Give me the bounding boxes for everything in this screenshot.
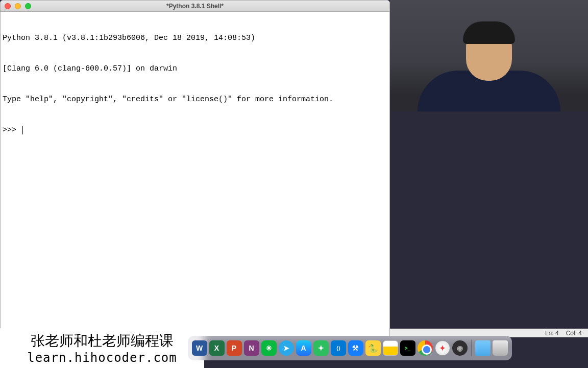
- status-col: Col: 4: [566, 330, 582, 337]
- shell-banner-line: Type "help", "copyright", "credits" or "…: [3, 95, 387, 105]
- window-title: *Python 3.8.1 Shell*: [1, 3, 389, 10]
- webcam-scene: [390, 0, 588, 111]
- text-caret-icon: [22, 126, 23, 134]
- branding-url: learn.hihocoder.com: [27, 351, 177, 365]
- shell-window: *Python 3.8.1 Shell* Python 3.8.1 (v3.8.…: [0, 0, 390, 337]
- shell-prompt-line: >>>: [3, 125, 387, 135]
- ibeam-cursor-icon: [374, 213, 390, 245]
- dock-notes-icon[interactable]: [383, 340, 398, 356]
- dock-appstore-icon[interactable]: A: [296, 340, 311, 356]
- dock-telegram-icon[interactable]: ➤: [279, 340, 294, 356]
- branding-overlay: 张老师和杜老师编程课 learn.hihocoder.com: [0, 328, 204, 368]
- webcam-overlay: [390, 0, 588, 111]
- dock-onenote-icon[interactable]: N: [244, 340, 259, 356]
- dock-downloads-icon[interactable]: [475, 340, 491, 356]
- dock-python-icon[interactable]: 🐍: [365, 340, 381, 356]
- dock-powerpoint-icon[interactable]: P: [227, 340, 242, 356]
- dock-word-icon[interactable]: W: [192, 340, 207, 356]
- shell-banner-line: [Clang 6.0 (clang-600.0.57)] on darwin: [3, 64, 387, 74]
- dock-chrome-icon[interactable]: [418, 340, 433, 356]
- dock-evernote-icon[interactable]: ✦: [313, 340, 329, 356]
- dock-wrap: W X P N ✳ ➤ A ✦ ⟨⟩ ⚒ 🐍 >_ ✦ ◉: [204, 336, 495, 360]
- window-controls: [1, 3, 31, 9]
- close-icon[interactable]: [5, 3, 11, 9]
- webcam-person: [418, 19, 560, 111]
- shell-prompt: >>>: [3, 126, 21, 134]
- dock-trash-icon[interactable]: [493, 340, 508, 356]
- branding-title: 张老师和杜老师编程课: [31, 331, 174, 351]
- dock-xcode-icon[interactable]: ⚒: [348, 340, 363, 356]
- minimize-icon[interactable]: [15, 3, 21, 9]
- dock-terminal-icon[interactable]: >_: [400, 340, 415, 356]
- titlebar: *Python 3.8.1 Shell*: [1, 1, 389, 12]
- dock-vscode-icon[interactable]: ⟨⟩: [331, 340, 346, 356]
- dock-safari-icon[interactable]: ✦: [435, 340, 450, 356]
- dock-separator: [471, 340, 472, 356]
- shell-text-area[interactable]: Python 3.8.1 (v3.8.1:1b293b6006, Dec 18 …: [1, 12, 389, 326]
- dock-excel-icon[interactable]: X: [209, 340, 225, 356]
- shell-banner-line: Python 3.8.1 (v3.8.1:1b293b6006, Dec 18 …: [3, 33, 387, 43]
- zoom-icon[interactable]: [25, 3, 31, 9]
- dock: W X P N ✳ ➤ A ✦ ⟨⟩ ⚒ 🐍 >_ ✦ ◉: [188, 336, 512, 360]
- dock-obs-icon[interactable]: ◉: [452, 340, 468, 356]
- dock-wechat-icon[interactable]: ✳: [261, 340, 277, 356]
- status-line: Ln: 4: [545, 330, 559, 337]
